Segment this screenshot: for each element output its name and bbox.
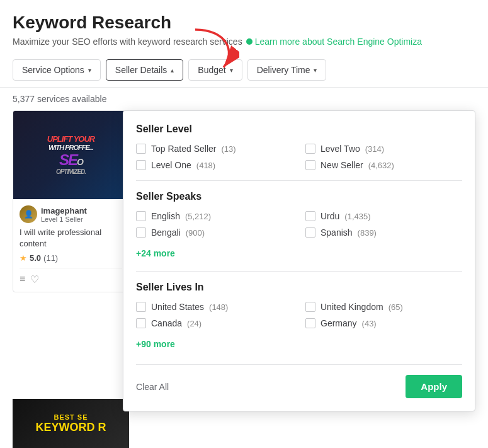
- rating-value: 5.0: [30, 253, 41, 263]
- checkbox-germany-box[interactable]: [305, 318, 315, 328]
- level-one-count: (418): [196, 161, 215, 170]
- checkbox-bengali-box[interactable]: [136, 227, 146, 238]
- card-image-text: Uplift your with proffe... SEO optimized…: [47, 135, 94, 175]
- delivery-time-label: Delivery Time: [257, 65, 310, 75]
- spanish-count: (839): [358, 228, 377, 238]
- checkbox-top-rated-box[interactable]: [136, 144, 146, 154]
- apply-button[interactable]: Apply: [406, 375, 462, 398]
- page-subtitle: Maximize your SEO efforts with keyword r…: [13, 37, 475, 47]
- star-icon: ★: [20, 253, 27, 263]
- germany-label: Germany: [321, 318, 357, 328]
- main-content: Uplift your with proffe... SEO optimized…: [0, 110, 488, 292]
- clear-all-button[interactable]: Clear All: [136, 382, 169, 392]
- card-image: Uplift your with proffe... SEO optimized…: [13, 111, 128, 199]
- level-two-label: Level Two: [321, 144, 360, 154]
- us-count: (148): [209, 302, 228, 312]
- seller-level-title: Seller Level: [136, 123, 462, 135]
- checkbox-uk-box[interactable]: [305, 302, 315, 312]
- new-seller-label: New Seller: [321, 160, 363, 170]
- checkbox-us-box[interactable]: [136, 302, 146, 312]
- seller-lives-title: Seller Lives In: [136, 282, 462, 293]
- bottom-card-label-main: KeyWord R: [36, 421, 106, 434]
- avatar-image: 👤: [20, 205, 37, 223]
- service-options-chevron-icon: ▾: [88, 67, 91, 74]
- checkbox-level-two[interactable]: Level Two (314): [305, 144, 462, 154]
- urdu-label: Urdu: [321, 211, 339, 221]
- checkbox-united-states[interactable]: United States (148): [136, 302, 293, 312]
- checkbox-spanish[interactable]: Spanish (839): [305, 227, 462, 238]
- service-options-button[interactable]: Service Options ▾: [13, 59, 101, 81]
- canada-label: Canada: [151, 318, 182, 328]
- seller-level: Level 1 Seller: [41, 215, 87, 223]
- red-arrow: [189, 26, 239, 73]
- checkbox-spanish-box[interactable]: [305, 227, 315, 238]
- checkbox-top-rated-seller[interactable]: Top Rated Seller (13): [136, 144, 293, 154]
- seller-details-dropdown: Seller Level Top Rated Seller (13) Level…: [123, 110, 475, 411]
- bottom-card-label-top: BEST SE: [54, 413, 88, 421]
- top-rated-count: (13): [222, 144, 236, 154]
- learn-more-link[interactable]: Learn more about Search Engine Optimiza: [246, 37, 422, 47]
- seller-details-button[interactable]: Seller Details ▴: [106, 59, 183, 81]
- checkbox-canada-box[interactable]: [136, 318, 146, 328]
- learn-more-text: Learn more about Search Engine Optimiza: [255, 37, 422, 47]
- level-two-count: (314): [365, 144, 384, 154]
- uk-label: United Kingdom: [321, 302, 383, 312]
- panel-footer: Clear All Apply: [136, 364, 462, 398]
- heart-icon[interactable]: ♡: [30, 273, 39, 285]
- top-rated-label: Top Rated Seller: [151, 144, 217, 154]
- service-card[interactable]: Uplift your with proffe... SEO optimized…: [13, 110, 129, 292]
- seller-name-info: imagephant Level 1 Seller: [41, 206, 87, 223]
- seller-info: 👤 imagephant Level 1 Seller: [20, 205, 122, 223]
- seller-lives-options: United States (148) United Kingdom (65) …: [136, 302, 462, 328]
- checkbox-new-seller-box[interactable]: [305, 160, 315, 170]
- card-actions: ≡ ♡: [20, 268, 122, 285]
- seller-details-label: Seller Details: [115, 65, 167, 75]
- filter-bar: Service Options ▾ Seller Details ▴ Budge…: [0, 53, 488, 88]
- checkbox-new-seller[interactable]: New Seller (4,632): [305, 160, 462, 170]
- level-one-label: Level One: [151, 160, 191, 170]
- card-rating: ★ 5.0 (11): [20, 253, 122, 263]
- checkbox-level-one[interactable]: Level One (418): [136, 160, 293, 170]
- page-title: Keyword Research: [13, 13, 475, 33]
- germany-count: (43): [362, 319, 377, 328]
- green-dot-icon: [246, 38, 253, 45]
- card-body: 👤 imagephant Level 1 Seller I will write…: [13, 199, 128, 292]
- seller-speaks-options: English (5,212) Urdu (1,435) Bengali (90…: [136, 211, 462, 238]
- speaks-more-link[interactable]: +24 more: [136, 248, 175, 258]
- bengali-count: (900): [186, 228, 205, 238]
- spanish-label: Spanish: [321, 227, 353, 238]
- checkbox-germany[interactable]: Germany (43): [305, 318, 462, 328]
- checkbox-bengali[interactable]: Bengali (900): [136, 227, 293, 238]
- checkbox-level-one-box[interactable]: [136, 160, 146, 170]
- delivery-time-chevron-icon: ▾: [314, 67, 317, 74]
- checkbox-english[interactable]: English (5,212): [136, 211, 293, 221]
- seller-details-chevron-icon: ▴: [171, 67, 174, 74]
- avatar: 👤: [20, 205, 37, 223]
- seller-level-options: Top Rated Seller (13) Level Two (314) Le…: [136, 144, 462, 170]
- checkbox-english-box[interactable]: [136, 211, 146, 221]
- canada-count: (24): [187, 319, 201, 328]
- english-label: English: [151, 211, 180, 221]
- services-count: 5,377 services available: [0, 88, 488, 110]
- service-options-label: Service Options: [22, 65, 84, 75]
- page-header: Keyword Research Maximize your SEO effor…: [0, 0, 488, 53]
- checkbox-urdu[interactable]: Urdu (1,435): [305, 211, 462, 221]
- checkbox-united-kingdom[interactable]: United Kingdom (65): [305, 302, 462, 312]
- checkbox-canada[interactable]: Canada (24): [136, 318, 293, 328]
- menu-icon[interactable]: ≡: [20, 273, 25, 285]
- checkbox-level-two-box[interactable]: [305, 144, 315, 154]
- urdu-count: (1,435): [344, 212, 370, 221]
- divider-1: [136, 180, 462, 181]
- seller-username: imagephant: [41, 206, 87, 215]
- english-count: (5,212): [185, 212, 211, 221]
- card-description: I will write professional content: [20, 227, 122, 250]
- lives-more-link[interactable]: +90 more: [136, 339, 175, 349]
- uk-count: (65): [389, 302, 403, 312]
- us-label: United States: [151, 302, 204, 312]
- checkbox-urdu-box[interactable]: [305, 211, 315, 221]
- seller-speaks-title: Seller Speaks: [136, 191, 462, 202]
- bottom-card-image: BEST SE KeyWord R: [13, 399, 129, 448]
- delivery-time-button[interactable]: Delivery Time ▾: [247, 59, 327, 81]
- new-seller-count: (4,632): [368, 161, 394, 170]
- divider-2: [136, 271, 462, 272]
